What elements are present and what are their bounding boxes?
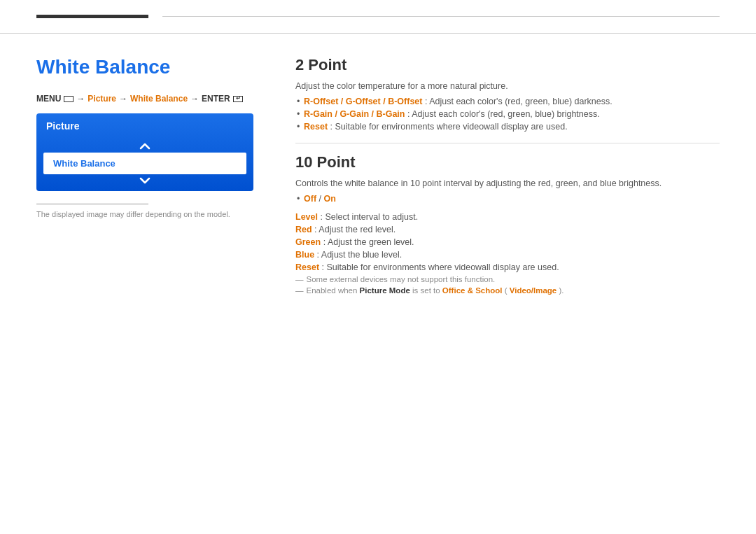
field-level-text: : Select interval to adjust. bbox=[320, 212, 418, 222]
disclaimer-text: The displayed image may differ depending… bbox=[36, 210, 253, 218]
menu-path-picture: Picture bbox=[88, 94, 116, 104]
note1-row: — Some external devices may not support … bbox=[295, 275, 720, 283]
top-bar bbox=[0, 0, 756, 34]
note2-mid: is set to bbox=[412, 286, 442, 295]
bullet-r-offset-text: : Adjust each color's (red, green, blue)… bbox=[425, 97, 612, 106]
page-title: White Balance bbox=[36, 56, 253, 78]
note2-office: Office & School bbox=[442, 286, 503, 295]
field-level: Level : Select interval to adjust. bbox=[295, 212, 720, 222]
bullet-reset-1: Reset : Suitable for environments where … bbox=[295, 120, 720, 133]
top-bar-accent-line bbox=[36, 15, 148, 18]
note2-paren-open: ( bbox=[505, 286, 507, 295]
bullet-r-gain-label: R-Gain / G-Gain / B-Gain bbox=[304, 109, 405, 119]
section1-title: 2 Point bbox=[295, 56, 720, 74]
picture-menu-header: Picture bbox=[36, 113, 253, 139]
menu-path-enter: ENTER bbox=[202, 94, 230, 104]
bullet-reset1-text: : Suitable for environments where videow… bbox=[330, 122, 568, 132]
field-reset: Reset : Suitable for environments where … bbox=[295, 262, 720, 272]
menu-path-sep1: → bbox=[76, 94, 85, 104]
section2-title: 10 Point bbox=[295, 153, 720, 171]
bullet-r-offset: R-Offset / G-Offset / B-Offset : Adjust … bbox=[295, 95, 720, 108]
section2-desc: Controls the white balance in 10 point i… bbox=[295, 178, 720, 188]
menu-path-whitebalance: White Balance bbox=[130, 94, 188, 104]
bullet-reset1-label: Reset bbox=[304, 122, 328, 132]
picture-menu-box: Picture White Balance bbox=[36, 113, 253, 191]
field-blue-label: Blue bbox=[295, 250, 314, 260]
field-blue: Blue : Adjust the blue level. bbox=[295, 250, 720, 260]
bullet-sep: / bbox=[319, 194, 324, 204]
field-red: Red : Adjust the red level. bbox=[295, 225, 720, 234]
section1-desc: Adjust the color temperature for a more … bbox=[295, 81, 720, 91]
field-level-label: Level bbox=[295, 212, 318, 222]
field-green-text: : Adjust the green level. bbox=[323, 237, 414, 247]
bullet-r-gain: R-Gain / G-Gain / B-Gain : Adjust each c… bbox=[295, 108, 720, 120]
bullet-on-label: On bbox=[324, 194, 336, 204]
chevron-down-icon bbox=[139, 177, 150, 184]
note2-picmode: Picture Mode bbox=[360, 286, 410, 295]
note2-content: Enabled when Picture Mode is set to Offi… bbox=[307, 286, 564, 295]
section1-bullet-list: R-Offset / G-Offset / B-Offset : Adjust … bbox=[295, 95, 720, 133]
bullet-r-gain-text: : Adjust each color's (red, green, blue)… bbox=[407, 109, 600, 119]
field-green: Green : Adjust the green level. bbox=[295, 237, 720, 247]
enter-icon: ↵ bbox=[233, 96, 243, 102]
field-red-text: : Adjust the red level. bbox=[314, 225, 396, 234]
bullet-off-on: Off / On bbox=[295, 192, 720, 205]
picture-menu-selected-item[interactable]: White Balance bbox=[43, 153, 246, 174]
main-content: White Balance MENU → Picture → White Bal… bbox=[0, 34, 756, 297]
section-divider bbox=[295, 143, 720, 143]
field-green-label: Green bbox=[295, 237, 321, 247]
note1-text: Some external devices may not support th… bbox=[307, 275, 496, 283]
field-reset-text: : Suitable for environments where videow… bbox=[322, 262, 559, 272]
menu-icon bbox=[64, 96, 74, 102]
left-column: White Balance MENU → Picture → White Bal… bbox=[36, 56, 253, 297]
arrow-down[interactable] bbox=[36, 176, 253, 191]
menu-path: MENU → Picture → White Balance → ENTER ↵ bbox=[36, 94, 253, 104]
bullet-off-label: Off bbox=[304, 194, 316, 204]
note2-dash: — bbox=[295, 286, 304, 295]
note1-dash: — bbox=[295, 275, 304, 283]
disclaimer-line bbox=[36, 204, 148, 204]
field-blue-text: : Adjust the blue level. bbox=[317, 250, 402, 260]
section2-bullet-list: Off / On bbox=[295, 192, 720, 205]
menu-path-sep3: → bbox=[190, 94, 199, 104]
menu-path-menu: MENU bbox=[36, 94, 61, 104]
chevron-up-icon bbox=[139, 143, 150, 150]
bullet-r-offset-label: R-Offset / G-Offset / B-Offset bbox=[304, 97, 422, 106]
note2-video: Video/Image bbox=[510, 286, 557, 295]
note2-paren-close: ). bbox=[559, 286, 564, 295]
arrow-up[interactable] bbox=[36, 139, 253, 151]
right-column: 2 Point Adjust the color temperature for… bbox=[295, 56, 720, 297]
field-reset-label: Reset bbox=[295, 262, 319, 272]
note2-prefix: Enabled when bbox=[307, 286, 360, 295]
menu-path-sep2: → bbox=[119, 94, 127, 104]
note2-row: — Enabled when Picture Mode is set to Of… bbox=[295, 286, 720, 295]
field-red-label: Red bbox=[295, 225, 312, 234]
top-bar-light-line bbox=[162, 16, 720, 17]
